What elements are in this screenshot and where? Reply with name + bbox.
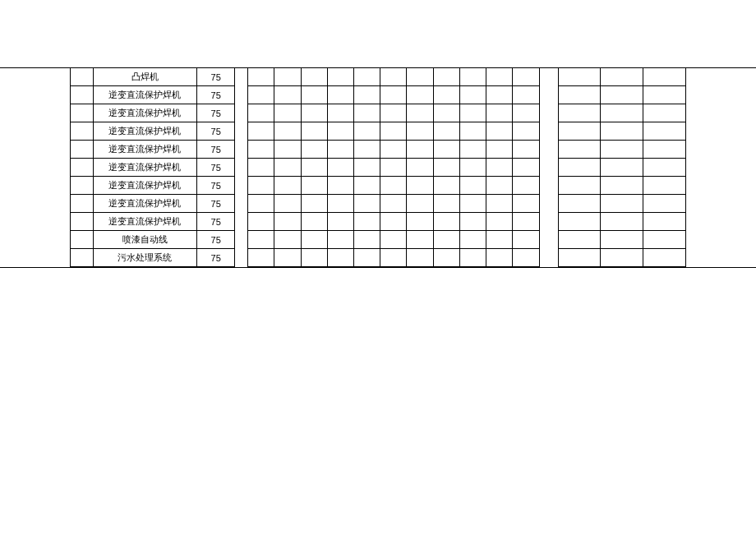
empty-cell bbox=[558, 177, 601, 195]
empty-cell bbox=[248, 68, 274, 86]
gap-cell bbox=[235, 177, 248, 195]
empty-cell bbox=[354, 249, 380, 267]
empty-cell bbox=[513, 86, 539, 104]
empty-cell bbox=[459, 68, 486, 86]
empty-cell bbox=[601, 195, 643, 213]
empty-cell bbox=[643, 141, 686, 159]
empty-cell bbox=[558, 68, 601, 86]
empty-cell bbox=[486, 249, 513, 267]
empty-cell bbox=[601, 249, 643, 267]
equipment-name: 逆变直流保护焊机 bbox=[93, 213, 197, 231]
empty-cell bbox=[486, 195, 513, 213]
empty-cell bbox=[380, 195, 407, 213]
empty-cell bbox=[354, 68, 380, 86]
empty-cell bbox=[459, 195, 486, 213]
empty-cell bbox=[513, 122, 539, 141]
gap-cell bbox=[539, 249, 558, 267]
equipment-value: 75 bbox=[197, 68, 235, 86]
empty-cell bbox=[601, 104, 643, 122]
empty-cell bbox=[248, 122, 274, 141]
empty-cell bbox=[274, 141, 301, 159]
empty-cell bbox=[380, 231, 407, 249]
equipment-value: 75 bbox=[197, 104, 235, 122]
empty-cell bbox=[301, 86, 327, 104]
empty-cell bbox=[248, 231, 274, 249]
gap-cell bbox=[539, 159, 558, 177]
gap-cell bbox=[235, 159, 248, 177]
empty-cell bbox=[459, 159, 486, 177]
table-row: 逆变直流保护焊机75 bbox=[71, 213, 686, 231]
table-row: 逆变直流保护焊机75 bbox=[71, 177, 686, 195]
empty-cell bbox=[459, 122, 486, 141]
empty-cell bbox=[486, 141, 513, 159]
empty-cell bbox=[486, 231, 513, 249]
empty-cell bbox=[513, 249, 539, 267]
empty-cell bbox=[643, 68, 686, 86]
table-wrapper: 凸焊机75逆变直流保护焊机75逆变直流保护焊机75逆变直流保护焊机75逆变直流保… bbox=[70, 67, 686, 267]
empty-cell bbox=[248, 195, 274, 213]
empty-cell bbox=[71, 195, 94, 213]
empty-cell bbox=[327, 177, 353, 195]
empty-cell bbox=[71, 159, 94, 177]
table-row: 逆变直流保护焊机75 bbox=[71, 122, 686, 141]
empty-cell bbox=[643, 159, 686, 177]
empty-cell bbox=[327, 104, 353, 122]
empty-cell bbox=[433, 68, 459, 86]
empty-cell bbox=[301, 141, 327, 159]
empty-cell bbox=[71, 213, 94, 231]
equipment-name: 逆变直流保护焊机 bbox=[93, 141, 197, 159]
empty-cell bbox=[486, 68, 513, 86]
equipment-name: 污水处理系统 bbox=[93, 249, 197, 267]
empty-cell bbox=[71, 122, 94, 141]
equipment-value: 75 bbox=[197, 86, 235, 104]
empty-cell bbox=[274, 195, 301, 213]
empty-cell bbox=[459, 86, 486, 104]
gap-cell bbox=[235, 231, 248, 249]
empty-cell bbox=[354, 104, 380, 122]
equipment-value: 75 bbox=[197, 195, 235, 213]
empty-cell bbox=[71, 141, 94, 159]
gap-cell bbox=[235, 122, 248, 141]
gap-cell bbox=[539, 213, 558, 231]
empty-cell bbox=[248, 86, 274, 104]
empty-cell bbox=[301, 249, 327, 267]
table-row: 污水处理系统75 bbox=[71, 249, 686, 267]
empty-cell bbox=[433, 104, 459, 122]
gap-cell bbox=[235, 68, 248, 86]
empty-cell bbox=[380, 86, 407, 104]
empty-cell bbox=[248, 177, 274, 195]
equipment-name: 凸焊机 bbox=[93, 68, 197, 86]
empty-cell bbox=[274, 177, 301, 195]
empty-cell bbox=[301, 159, 327, 177]
empty-cell bbox=[601, 177, 643, 195]
empty-cell bbox=[248, 249, 274, 267]
empty-cell bbox=[643, 195, 686, 213]
empty-cell bbox=[486, 86, 513, 104]
empty-cell bbox=[486, 213, 513, 231]
empty-cell bbox=[433, 122, 459, 141]
empty-cell bbox=[558, 231, 601, 249]
empty-cell bbox=[558, 122, 601, 141]
table-row: 逆变直流保护焊机75 bbox=[71, 104, 686, 122]
empty-cell bbox=[248, 213, 274, 231]
empty-cell bbox=[407, 141, 433, 159]
empty-cell bbox=[558, 141, 601, 159]
empty-cell bbox=[327, 122, 353, 141]
empty-cell bbox=[407, 122, 433, 141]
gap-cell bbox=[235, 104, 248, 122]
gap-cell bbox=[235, 195, 248, 213]
empty-cell bbox=[459, 213, 486, 231]
empty-cell bbox=[433, 195, 459, 213]
equipment-value: 75 bbox=[197, 213, 235, 231]
empty-cell bbox=[513, 177, 539, 195]
empty-cell bbox=[380, 249, 407, 267]
empty-cell bbox=[407, 249, 433, 267]
empty-cell bbox=[558, 104, 601, 122]
empty-cell bbox=[513, 231, 539, 249]
empty-cell bbox=[380, 159, 407, 177]
empty-cell bbox=[459, 231, 486, 249]
empty-cell bbox=[380, 122, 407, 141]
empty-cell bbox=[407, 159, 433, 177]
empty-cell bbox=[513, 159, 539, 177]
empty-cell bbox=[558, 195, 601, 213]
